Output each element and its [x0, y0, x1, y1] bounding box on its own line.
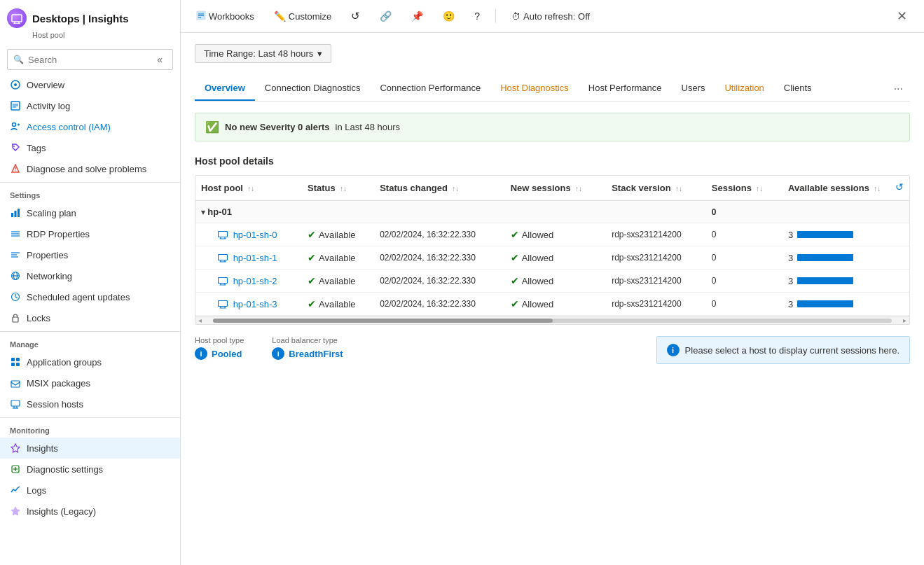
- scrollbar-track[interactable]: [213, 319, 892, 323]
- insights-legacy-icon: [10, 505, 21, 517]
- refresh-icon: ↺: [351, 10, 360, 22]
- row-host-name-link[interactable]: hp-01-sh-0: [233, 230, 277, 240]
- sort-status[interactable]: ↑↓: [340, 185, 347, 193]
- sidebar-item-app-groups[interactable]: Application groups: [0, 351, 180, 372]
- refresh-button[interactable]: ↺: [347, 8, 364, 25]
- sidebar-item-access-control-label: Access control (IAM): [27, 122, 111, 132]
- available-sessions-bar: 3: [788, 276, 904, 286]
- sidebar-item-properties-label: Properties: [27, 250, 68, 260]
- tab-connection-diagnostics[interactable]: Connection Diagnostics: [255, 77, 371, 101]
- sidebar-item-overview[interactable]: Overview: [0, 74, 180, 95]
- time-range-button[interactable]: Time Range: Last 48 hours ▾: [195, 44, 331, 63]
- sidebar-item-msix-packages[interactable]: MSIX packages: [0, 372, 180, 393]
- group-name: hp-01: [207, 207, 232, 217]
- sort-stack-version[interactable]: ↑↓: [675, 185, 682, 193]
- group-collapse-button[interactable]: ▾: [201, 207, 205, 217]
- row-host-name-link[interactable]: hp-01-sh-2: [233, 276, 277, 286]
- tab-utilization[interactable]: Utilization: [715, 77, 773, 101]
- sort-new-sessions[interactable]: ↑↓: [575, 185, 582, 193]
- networking-icon: [10, 270, 21, 281]
- status-available: ✔ Available: [308, 298, 368, 309]
- search-input[interactable]: [28, 55, 149, 65]
- row-available-sessions-cell: 3: [782, 246, 909, 270]
- row-status-changed-cell: 02/02/2024, 16:32:22.330: [374, 293, 505, 316]
- sort-host-pool[interactable]: ↑↓: [247, 185, 254, 193]
- auto-refresh-button[interactable]: ⏱ Auto refresh: Off: [507, 9, 594, 24]
- bar-fill: [797, 254, 853, 261]
- sort-available-sessions[interactable]: ↑↓: [874, 185, 881, 193]
- scroll-right-arrow[interactable]: ▸: [903, 316, 906, 324]
- tab-overview[interactable]: Overview: [195, 77, 255, 101]
- row-host-name-link[interactable]: hp-01-sh-3: [233, 299, 277, 309]
- sidebar-item-locks[interactable]: Locks: [0, 307, 180, 328]
- tab-clients[interactable]: Clients: [774, 77, 822, 101]
- close-button[interactable]: ✕: [891, 6, 913, 27]
- sidebar-item-logs-label: Logs: [27, 485, 46, 496]
- row-status-changed-cell: 02/02/2024, 16:32:22.330: [374, 270, 505, 293]
- alert-check-icon: ✅: [205, 120, 219, 134]
- new-sessions-allowed: ✔ Allowed: [511, 275, 600, 286]
- workbooks-button[interactable]: Workbooks: [192, 8, 258, 25]
- sidebar-item-properties[interactable]: Properties: [0, 244, 180, 265]
- pool-type-icon: i: [195, 347, 207, 360]
- svg-rect-31: [13, 317, 18, 322]
- monitor-icon: [218, 276, 230, 286]
- app-header: Desktops | Insights: [0, 0, 180, 31]
- help-button[interactable]: ?: [470, 8, 484, 24]
- sidebar-item-activity-log[interactable]: Activity log: [0, 95, 180, 116]
- sidebar-item-networking[interactable]: Networking: [0, 265, 180, 286]
- alert-text-bold: No new Severity 0 alerts: [225, 122, 330, 132]
- tab-connection-performance[interactable]: Connection Performance: [370, 77, 490, 101]
- table-row: hp-01-sh-0 ✔ Available 02/02/2024, 16:32…: [195, 223, 909, 246]
- customize-button[interactable]: ✏️ Customize: [270, 8, 336, 24]
- collapse-button[interactable]: «: [153, 53, 167, 67]
- table-refresh-icon[interactable]: ↺: [895, 181, 904, 193]
- sidebar-item-access-control[interactable]: Access control (IAM): [0, 116, 180, 137]
- overview-icon: [10, 79, 21, 90]
- status-available: ✔ Available: [308, 229, 368, 240]
- svg-marker-45: [11, 507, 20, 515]
- scaling-plan-icon: [10, 207, 21, 218]
- sort-sessions[interactable]: ↑↓: [756, 185, 763, 193]
- svg-marker-41: [11, 444, 20, 452]
- sidebar-item-logs[interactable]: Logs: [0, 480, 180, 501]
- tab-host-diagnostics[interactable]: Host Diagnostics: [490, 77, 579, 101]
- sidebar-item-insights[interactable]: Insights: [0, 438, 180, 459]
- scroll-left-arrow[interactable]: ◂: [198, 316, 202, 324]
- app-icon: [7, 8, 27, 28]
- sidebar-item-diagnose-label: Diagnose and solve problems: [27, 164, 146, 174]
- sidebar: Desktops | Insights Host pool 🔍 « Overvi…: [0, 0, 181, 565]
- help-icon: ?: [474, 11, 480, 22]
- sidebar-item-insights-legacy[interactable]: Insights (Legacy): [0, 501, 180, 522]
- tab-users[interactable]: Users: [672, 77, 715, 101]
- sidebar-item-session-hosts[interactable]: Session hosts: [0, 393, 180, 414]
- row-host-pool-cell: hp-01-sh-2: [195, 270, 302, 293]
- sidebar-item-rdp-properties[interactable]: RDP Properties: [0, 223, 180, 244]
- content-area: Time Range: Last 48 hours ▾ Overview Con…: [181, 33, 924, 565]
- sidebar-item-overview-label: Overview: [27, 80, 64, 90]
- sidebar-item-diagnostic-settings[interactable]: Diagnostic settings: [0, 459, 180, 480]
- customize-label: Customize: [289, 11, 331, 22]
- tab-more-button[interactable]: ···: [887, 77, 910, 101]
- row-host-name-link[interactable]: hp-01-sh-1: [233, 253, 277, 263]
- app-subtitle: Host pool: [0, 31, 180, 39]
- feedback-button[interactable]: 🙂: [439, 8, 459, 24]
- pin-button[interactable]: 📌: [407, 8, 427, 24]
- monitor-icon: [218, 230, 230, 240]
- tab-host-performance[interactable]: Host Performance: [579, 77, 672, 101]
- search-container: 🔍 «: [7, 49, 173, 70]
- monitoring-section-label: Monitoring: [0, 421, 180, 438]
- sidebar-item-diagnose[interactable]: Diagnose and solve problems: [0, 158, 180, 179]
- sidebar-item-scaling-plan[interactable]: Scaling plan: [0, 202, 180, 223]
- time-range-chevron: ▾: [317, 48, 322, 59]
- allowed-check-icon: ✔: [511, 298, 519, 309]
- sidebar-item-scheduled-updates[interactable]: Scheduled agent updates: [0, 286, 180, 307]
- horizontal-scrollbar[interactable]: ◂ ▸: [195, 316, 909, 324]
- sort-status-changed[interactable]: ↑↓: [452, 185, 459, 193]
- svg-line-30: [15, 297, 18, 298]
- session-hint-icon: i: [667, 344, 680, 356]
- sidebar-item-tags[interactable]: Tags: [0, 137, 180, 158]
- search-icon: 🔍: [13, 55, 24, 64]
- share-button[interactable]: 🔗: [375, 8, 396, 24]
- topbar-divider: [495, 9, 496, 23]
